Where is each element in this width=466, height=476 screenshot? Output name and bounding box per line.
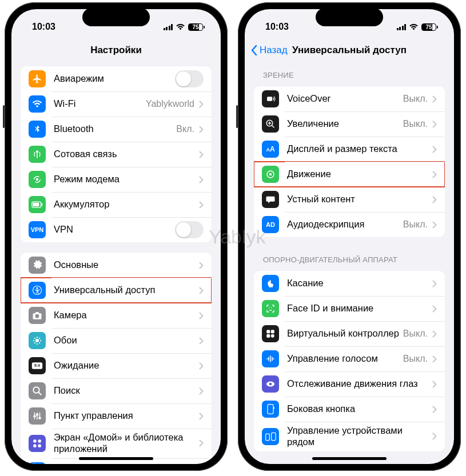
speech-icon — [262, 191, 279, 208]
settings-row-accessibility[interactable]: Универсальный доступ — [21, 278, 212, 303]
brightness-icon: AA — [29, 462, 46, 464]
phone-right: 10:03 75 Назад Универсальный доступ ЗРЕН… — [238, 2, 461, 471]
settings-row-wifi[interactable]: Wi-FiYablykworld — [21, 91, 212, 117]
svg-point-8 — [33, 340, 34, 341]
eyetrack-icon — [262, 375, 279, 393]
svg-rect-33 — [273, 407, 274, 409]
home-indicator[interactable] — [79, 457, 153, 460]
row-value: Yablykworld — [146, 99, 194, 109]
svg-point-12 — [34, 342, 35, 343]
settings-row-vpn[interactable]: VPNVPN — [21, 217, 212, 242]
settings-row-eyetrack[interactable]: Отслеживание движения глаз — [254, 371, 445, 397]
settings-row-airplane[interactable]: Авиарежим — [21, 66, 212, 91]
chevron-right-icon — [432, 355, 437, 363]
svg-rect-34 — [266, 434, 270, 441]
chevron-right-icon — [432, 196, 437, 203]
row-label: Отслеживание движения глаз — [287, 378, 432, 390]
settings-row-home[interactable]: Экран «Домой» и библиотека приложений — [21, 429, 212, 458]
svg-rect-30 — [266, 334, 270, 338]
svg-point-13 — [39, 338, 40, 339]
settings-row-voiceover[interactable]: VoiceOverВыкл. — [254, 86, 445, 111]
dynamic-island — [316, 8, 383, 26]
settings-row-textsize[interactable]: AAДисплей и размер текста — [254, 137, 445, 162]
settings-row-sidebutton[interactable]: Боковая кнопка — [254, 397, 445, 422]
svg-point-10 — [34, 338, 35, 339]
settings-row-faceid[interactable]: Face ID и внимание — [254, 296, 445, 321]
chevron-right-icon — [199, 287, 204, 294]
back-button[interactable]: Назад — [250, 45, 288, 56]
settings-row-standby[interactable]: 9:4Ожидание — [21, 353, 212, 378]
settings-row-switch[interactable]: Виртуальный контроллерВыкл. — [254, 321, 445, 346]
chevron-right-icon — [432, 121, 437, 128]
touch-icon — [262, 275, 279, 292]
control-icon — [29, 407, 46, 425]
chevron-right-icon — [199, 201, 204, 209]
chevron-right-icon — [199, 101, 204, 108]
svg-rect-22 — [267, 97, 272, 101]
camera-icon — [29, 307, 46, 324]
settings-content[interactable]: АвиарежимWi-FiYablykworldBluetoothВкл.Со… — [11, 63, 221, 464]
svg-rect-29 — [271, 330, 274, 333]
wallpaper-icon — [29, 332, 46, 349]
cellular-signal-icon — [397, 23, 407, 30]
chevron-right-icon — [432, 330, 437, 338]
settings-row-nearby[interactable]: Управление устройствами рядом — [254, 422, 445, 451]
settings-row-zoom[interactable]: УвеличениеВыкл. — [254, 111, 445, 137]
svg-point-27 — [272, 307, 273, 309]
chevron-right-icon — [432, 146, 437, 153]
settings-group: КасаниеFace ID и вниманиеВиртуальный кон… — [254, 271, 445, 451]
settings-row-speech[interactable]: Устный контент — [254, 187, 445, 212]
settings-row-control[interactable]: Пункт управления — [21, 403, 212, 429]
settings-row-audiodesc[interactable]: ADАудиодескрипцияВыкл. — [254, 212, 445, 237]
row-label: VPN — [54, 224, 175, 235]
back-label: Назад — [260, 45, 288, 56]
voice-icon — [262, 350, 279, 367]
settings-row-battery[interactable]: Аккумулятор — [21, 192, 212, 217]
chevron-right-icon — [432, 406, 437, 413]
accessibility-content[interactable]: ЗРЕНИЕVoiceOverВыкл.УвеличениеВыкл.AAДис… — [245, 63, 454, 464]
page-title: Настройки — [90, 45, 142, 56]
svg-point-5 — [35, 339, 39, 342]
settings-row-touch[interactable]: Касание — [254, 271, 445, 296]
section-header: ЗРЕНИЕ — [245, 63, 454, 83]
home-indicator[interactable] — [312, 457, 387, 460]
antenna-icon — [29, 146, 46, 163]
row-value: Вкл. — [176, 124, 194, 134]
svg-rect-17 — [33, 439, 36, 442]
settings-row-wallpaper[interactable]: Обои — [21, 328, 212, 353]
row-label: Пункт управления — [54, 410, 199, 422]
row-label: Устный контент — [287, 194, 432, 205]
toggle-switch[interactable] — [175, 70, 204, 87]
chevron-right-icon — [199, 387, 204, 395]
row-value: Выкл. — [403, 329, 428, 339]
settings-row-antenna[interactable]: Сотовая связь — [21, 142, 212, 167]
row-label: Режим модема — [54, 174, 199, 185]
settings-row-voice[interactable]: Управление голосомВыкл. — [254, 346, 445, 371]
section-header: СЛУХ — [245, 462, 454, 464]
row-label: Сотовая связь — [54, 149, 199, 160]
status-right: 75 — [397, 23, 439, 31]
group-connectivity: АвиарежимWi-FiYablykworldBluetoothВкл.Со… — [21, 66, 212, 242]
row-label: Обои — [54, 335, 199, 346]
settings-row-search[interactable]: Поиск — [21, 378, 212, 403]
row-label: Аккумулятор — [54, 199, 199, 210]
settings-row-bluetooth[interactable]: BluetoothВкл. — [21, 117, 212, 142]
settings-row-motion[interactable]: Движение — [254, 162, 445, 187]
nav-bar: Настройки — [11, 38, 221, 63]
settings-row-camera[interactable]: Камера — [21, 303, 212, 328]
status-time: 10:03 — [265, 22, 289, 32]
chevron-right-icon — [432, 381, 437, 388]
motion-icon — [262, 166, 279, 183]
row-label: Авиарежим — [54, 73, 175, 85]
section-header: ОПОРНО-ДВИГАТЕЛЬНЫЙ АППАРАТ — [245, 247, 454, 267]
row-value: Выкл. — [403, 219, 428, 230]
cellular-signal-icon — [164, 23, 173, 30]
settings-row-gear[interactable]: Основные — [21, 253, 212, 278]
bluetooth-icon — [29, 121, 46, 138]
settings-row-hotspot[interactable]: Режим модема — [21, 167, 212, 192]
svg-text:9:4: 9:4 — [34, 364, 40, 368]
page-title: Универсальный доступ — [292, 45, 407, 56]
sidebutton-icon — [262, 401, 279, 418]
svg-rect-1 — [33, 203, 39, 207]
toggle-switch[interactable] — [175, 221, 204, 238]
